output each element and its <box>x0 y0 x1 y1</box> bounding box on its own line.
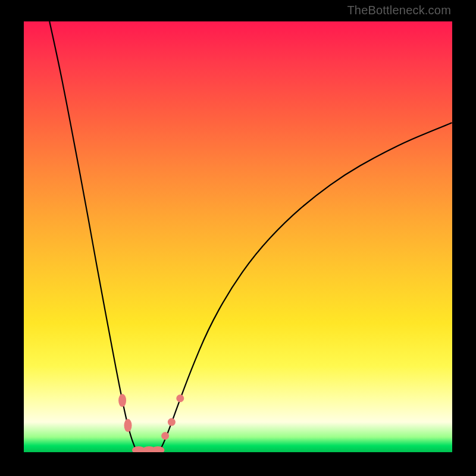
data-points <box>118 394 184 452</box>
watermark-text: TheBottleneck.com <box>347 4 451 17</box>
data-point-left-upper <box>118 394 126 407</box>
plot-area <box>24 21 452 452</box>
data-point-floor-3 <box>151 446 164 452</box>
data-point-right-mid <box>168 418 176 426</box>
data-point-right-lower <box>161 432 169 440</box>
data-point-left-lower <box>124 419 132 432</box>
curve-path <box>49 21 452 452</box>
data-point-right-upper <box>176 394 184 402</box>
chart-frame: TheBottleneck.com <box>0 0 476 476</box>
bottleneck-curve <box>24 21 452 452</box>
